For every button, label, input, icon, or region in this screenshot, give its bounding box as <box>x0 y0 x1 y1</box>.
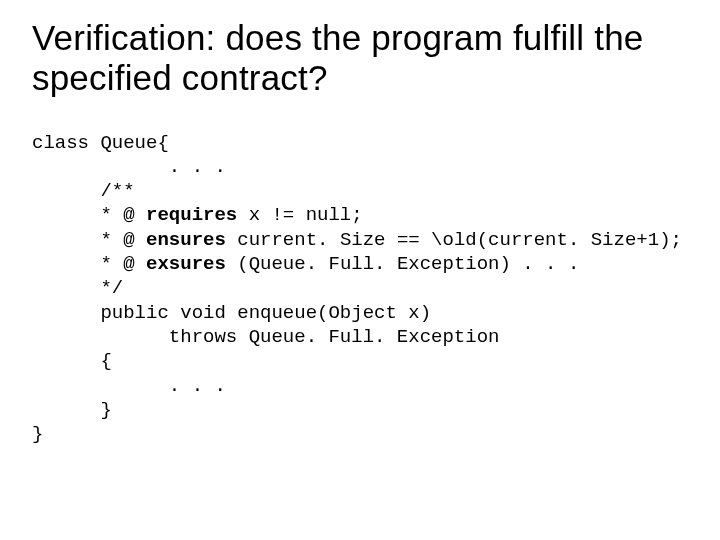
keyword-ensures: ensures <box>146 229 226 251</box>
code-line: . . . <box>32 156 226 178</box>
code-line: } <box>32 423 43 445</box>
code-line: (Queue. Full. Exception) . . . <box>226 253 579 275</box>
code-line: /** <box>32 180 135 202</box>
code-block: class Queue{ . . . /** * @ requires x !=… <box>32 131 688 447</box>
code-line: class Queue{ <box>32 132 169 154</box>
code-line: * @ <box>32 204 146 226</box>
code-line: * @ <box>32 253 146 275</box>
code-line: public void enqueue(Object x) <box>32 302 431 324</box>
code-line: x != null; <box>237 204 362 226</box>
slide: Verification: does the program fulfill t… <box>0 0 720 540</box>
code-line: */ <box>32 277 123 299</box>
keyword-exsures: exsures <box>146 253 226 275</box>
slide-title: Verification: does the program fulfill t… <box>32 18 688 99</box>
code-line: current. Size == \old(current. Size+1); <box>226 229 682 251</box>
code-line: . . . <box>32 375 226 397</box>
code-line: throws Queue. Full. Exception <box>32 326 499 348</box>
code-line: } <box>32 399 112 421</box>
code-line: { <box>32 350 112 372</box>
code-line: * @ <box>32 229 146 251</box>
keyword-requires: requires <box>146 204 237 226</box>
